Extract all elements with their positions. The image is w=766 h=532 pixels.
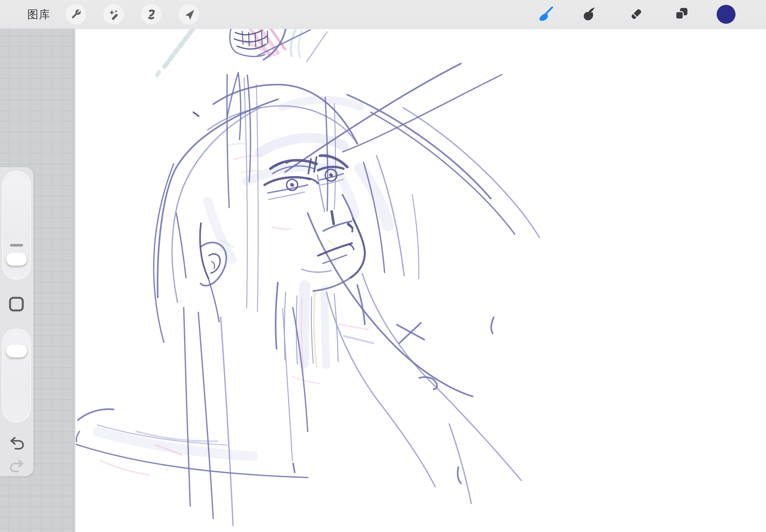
gallery-button[interactable]: 图库 <box>27 0 51 29</box>
redo-icon <box>8 458 25 473</box>
color-swatch[interactable] <box>717 5 736 24</box>
undo-icon <box>8 436 25 451</box>
drawing-canvas[interactable] <box>75 29 766 532</box>
actions-button[interactable] <box>66 4 86 25</box>
brush-size-knob[interactable] <box>6 253 27 266</box>
undo-button[interactable] <box>8 436 25 451</box>
paint-tool-button[interactable] <box>535 4 556 25</box>
smudge-icon <box>582 6 599 23</box>
brush-size-slider[interactable] <box>2 171 31 280</box>
top-toolbar: 图库 <box>0 0 766 29</box>
opacity-slider[interactable] <box>2 329 31 422</box>
wrench-icon <box>70 8 82 20</box>
eraser-tool-button[interactable] <box>626 4 647 25</box>
smudge-tool-button[interactable] <box>580 4 601 25</box>
opacity-knob[interactable] <box>6 345 27 357</box>
adjustments-button[interactable] <box>103 4 124 25</box>
transform-button[interactable] <box>178 4 199 25</box>
layers-icon <box>673 6 690 23</box>
modify-button[interactable] <box>9 297 24 311</box>
brush-size-tick <box>10 244 23 247</box>
sketch-svg <box>75 29 766 532</box>
paint-brush-icon <box>537 6 554 23</box>
redo-button[interactable] <box>8 458 25 473</box>
selection-button[interactable] <box>141 4 162 25</box>
magic-wand-icon <box>107 8 120 20</box>
transform-arrow-icon <box>183 8 195 20</box>
sidebar <box>0 167 33 476</box>
layers-button[interactable] <box>671 4 692 25</box>
toolbar-right-group <box>535 4 766 25</box>
selection-s-icon <box>145 8 157 20</box>
toolbar-left-group: 图库 <box>0 0 199 29</box>
eraser-icon <box>628 6 645 23</box>
